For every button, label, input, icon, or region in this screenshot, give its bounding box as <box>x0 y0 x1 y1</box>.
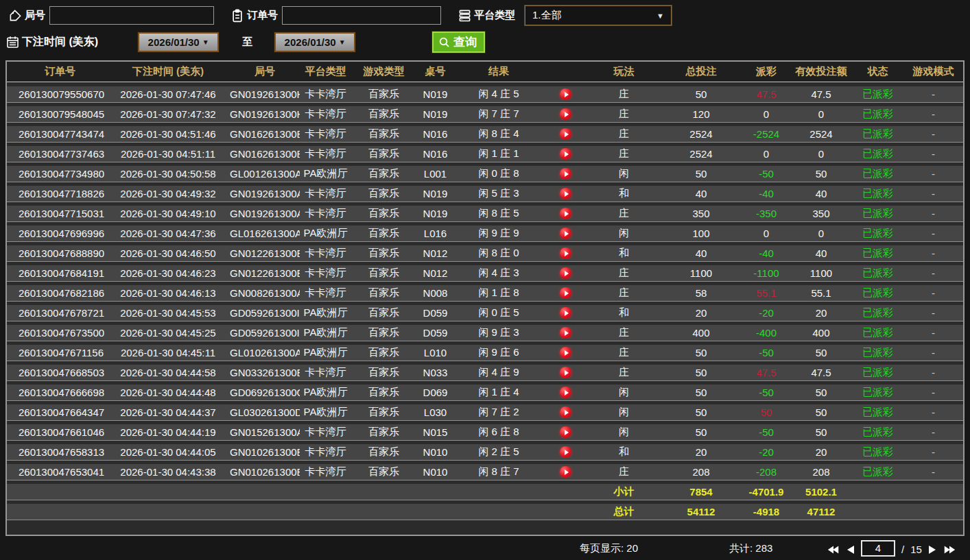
chevron-down-icon: ▼ <box>656 12 664 20</box>
cell-game-type: 百家乐 <box>351 287 416 300</box>
current-page-input[interactable]: 4 <box>861 540 895 557</box>
play-replay-button[interactable] <box>560 88 571 100</box>
cell-status: 已派彩 <box>852 406 903 419</box>
table-row: 2601300477374632026-01-30 04:51:11GN0162… <box>7 146 963 162</box>
cell-total-bet: 50 <box>660 426 742 438</box>
cell-valid-bet: 400 <box>790 327 852 339</box>
cell-valid-bet: 55.1 <box>790 287 852 299</box>
table-row: 2601300476530412026-01-30 04:43:38GN0102… <box>7 464 963 480</box>
play-replay-button[interactable] <box>560 168 571 180</box>
cell-total-bet: 50 <box>660 347 742 358</box>
table-footer: 每页显示: 20 共计: 283 4 / 15 <box>0 537 970 560</box>
cell-bet-option: 和 <box>588 247 660 260</box>
page-size-label: 每页显示: 20 <box>580 542 638 555</box>
play-replay-button[interactable] <box>560 387 571 398</box>
cell-replay <box>543 168 588 180</box>
subtotal-row-total-bet: 7854 <box>660 486 742 498</box>
cell-round-number: GN019261300HR <box>230 88 300 100</box>
cell-bet-time: 2026-01-30 04:44:58 <box>106 367 230 378</box>
cell-table-number: N016 <box>416 148 454 160</box>
round-number-input[interactable] <box>49 6 214 25</box>
date-to-value: 2026/01/30 <box>285 36 336 48</box>
table-row: 2601300477349802026-01-30 04:50:58GL0012… <box>7 166 963 182</box>
cell-bet-time: 2026-01-30 04:44:37 <box>106 406 230 418</box>
cell-valid-bet: 20 <box>790 446 852 458</box>
search-button[interactable]: 查询 <box>432 32 485 53</box>
cell-valid-bet: 50 <box>790 387 852 398</box>
table-row: 2601300476666982026-01-30 04:44:48GD0692… <box>7 385 963 401</box>
cell-payout: 55.1 <box>742 287 790 299</box>
cell-total-bet: 50 <box>660 88 742 100</box>
last-page-icon[interactable] <box>943 545 956 555</box>
cell-status: 已派彩 <box>852 386 903 399</box>
date-from-button[interactable]: 2026/01/30 ▼ <box>138 32 219 52</box>
cell-result: 闲 2 庄 5 <box>454 446 543 459</box>
order-number-input[interactable] <box>282 6 441 25</box>
cell-payout: -208 <box>742 466 790 478</box>
cell-payout: -50 <box>742 426 790 438</box>
cell-platform-type: PA欧洲厅 <box>300 306 351 319</box>
cell-game-mode: - <box>903 406 963 418</box>
cell-payout: 50 <box>742 406 790 418</box>
cell-round-number: GN010261300E8 <box>230 446 300 458</box>
cell-result: 闲 7 庄 7 <box>454 108 543 121</box>
order-number-label: 订单号 <box>247 9 278 22</box>
cell-valid-bet: 47.5 <box>790 88 852 100</box>
play-replay-button[interactable] <box>560 406 571 418</box>
subtotal-row-payout: -4701.9 <box>742 486 790 498</box>
table-row: 2601300476787212026-01-30 04:45:53GD0592… <box>7 305 963 321</box>
play-replay-button[interactable] <box>560 188 571 199</box>
cell-total-bet: 120 <box>660 108 742 120</box>
cell-status: 已派彩 <box>852 247 903 260</box>
play-replay-button[interactable] <box>560 446 571 458</box>
table-header-row: 订单号下注时间 (美东)局号平台类型游戏类型桌号结果玩法总投注派彩有效投注额状态… <box>7 62 963 82</box>
cell-bet-time: 2026-01-30 04:50:58 <box>106 168 230 180</box>
play-replay-button[interactable] <box>560 347 571 358</box>
cell-order-number: 260130079548045 <box>7 108 106 120</box>
play-replay-button[interactable] <box>560 148 571 160</box>
cell-result: 闲 8 庄 4 <box>454 127 543 141</box>
cell-order-number: 260130047743474 <box>7 128 106 140</box>
subtotal-row: 小计7854-4701.95102.1 <box>7 484 963 500</box>
play-replay-button[interactable] <box>560 108 571 120</box>
next-page-icon[interactable] <box>928 545 936 555</box>
previous-page-icon[interactable] <box>847 545 855 555</box>
platform-type-select[interactable]: 1.全部 ▼ <box>525 5 672 25</box>
play-replay-button[interactable] <box>560 228 571 239</box>
chevron-down-icon: ▼ <box>202 38 209 46</box>
play-replay-button[interactable] <box>560 128 571 140</box>
play-replay-button[interactable] <box>560 287 571 299</box>
play-replay-button[interactable] <box>560 267 571 279</box>
cell-game-mode: - <box>903 307 963 319</box>
cell-valid-bet: 0 <box>790 108 852 120</box>
cell-payout: -20 <box>742 307 790 319</box>
first-page-icon[interactable] <box>827 545 840 555</box>
total-row-valid-bet: 47112 <box>790 506 852 518</box>
play-replay-button[interactable] <box>560 307 571 319</box>
cell-replay <box>543 88 588 100</box>
cell-bet-option: 庄 <box>588 346 660 359</box>
column-header: 总投注 <box>660 65 742 78</box>
cell-round-number: GD069261300Q8 <box>230 387 300 398</box>
cell-platform-type: 卡卡湾厅 <box>300 366 351 379</box>
cell-bet-time: 2026-01-30 04:49:10 <box>106 208 230 219</box>
table-row: 2601300476610462026-01-30 04:44:19GN0152… <box>7 424 963 441</box>
cell-bet-time: 2026-01-30 04:45:11 <box>106 347 230 358</box>
date-to-button[interactable]: 2026/01/30 ▼ <box>274 32 355 52</box>
play-replay-button[interactable] <box>560 208 571 219</box>
cell-platform-type: 卡卡湾厅 <box>300 187 351 200</box>
table-row: 2601300477188262026-01-30 04:49:32GN0192… <box>7 186 963 202</box>
cell-status: 已派彩 <box>852 167 903 180</box>
cell-round-number: GN016261300B0 <box>230 148 300 160</box>
cell-valid-bet: 20 <box>790 307 852 319</box>
cell-valid-bet: 40 <box>790 188 852 199</box>
play-replay-button[interactable] <box>560 327 571 339</box>
cell-replay <box>543 347 588 358</box>
play-replay-button[interactable] <box>560 367 571 378</box>
cell-replay <box>543 148 588 160</box>
play-replay-button[interactable] <box>560 426 571 438</box>
play-replay-button[interactable] <box>560 247 571 259</box>
cell-game-mode: - <box>903 108 963 120</box>
cell-platform-type: PA欧洲厅 <box>300 406 351 419</box>
play-replay-button[interactable] <box>560 466 571 478</box>
